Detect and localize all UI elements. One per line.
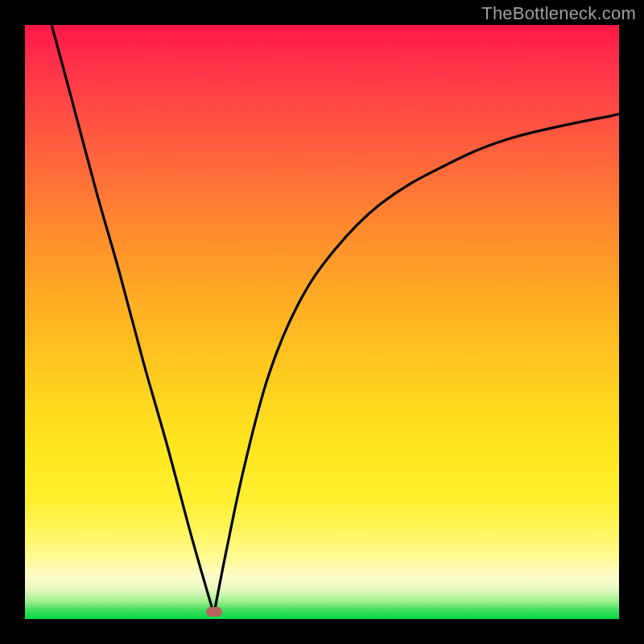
minimum-marker [206,607,222,617]
chart-frame: TheBottleneck.com [0,0,644,644]
plot-area [25,25,619,619]
gradient-background [25,25,619,619]
watermark-label: TheBottleneck.com [481,3,636,24]
